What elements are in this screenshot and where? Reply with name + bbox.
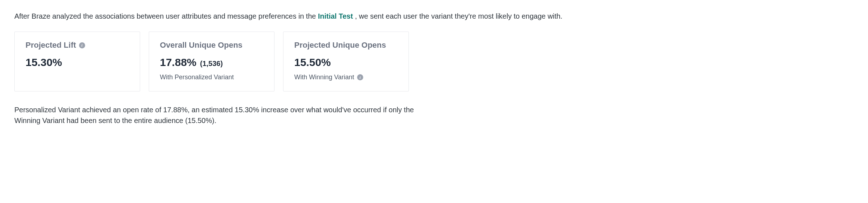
overall-unique-opens-value-row: 17.88% (1,536) [160,56,263,69]
projected-lift-title: Projected Lift [26,41,76,50]
projected-lift-title-row: Projected Lift i [26,41,129,50]
overall-unique-opens-subtitle-row: With Personalized Variant [160,74,263,81]
projected-unique-opens-card: Projected Unique Opens 15.50% With Winni… [283,32,409,91]
projected-lift-value-row: 15.30% [26,56,129,69]
overall-unique-opens-title: Overall Unique Opens [160,41,243,50]
cards-row: Projected Lift i 15.30% Overall Unique O… [14,32,854,91]
intro-suffix: , we sent each user the variant they're … [355,12,562,20]
summary-text: Personalized Variant achieved an open ra… [14,104,420,126]
projected-unique-opens-value: 15.50% [294,56,331,69]
projected-unique-opens-title-row: Projected Unique Opens [294,41,398,50]
overall-unique-opens-card: Overall Unique Opens 17.88% (1,536) With… [149,32,274,91]
initial-test-link[interactable]: Initial Test [318,12,353,20]
overall-unique-opens-value: 17.88% [160,56,197,69]
overall-unique-opens-title-row: Overall Unique Opens [160,41,263,50]
overall-unique-opens-subtitle: With Personalized Variant [160,74,234,81]
projected-lift-card: Projected Lift i 15.30% [14,32,140,91]
intro-prefix: After Braze analyzed the associations be… [14,12,318,20]
projected-unique-opens-subtitle-row: With Winning Variant i [294,74,398,81]
projected-unique-opens-value-row: 15.50% [294,56,398,69]
intro-text: After Braze analyzed the associations be… [14,11,854,22]
projected-lift-value: 15.30% [26,56,62,69]
info-icon[interactable]: i [357,74,363,80]
info-icon[interactable]: i [79,42,85,48]
projected-unique-opens-subtitle: With Winning Variant [294,74,354,81]
projected-unique-opens-title: Projected Unique Opens [294,41,386,50]
overall-unique-opens-subvalue: (1,536) [200,60,223,68]
